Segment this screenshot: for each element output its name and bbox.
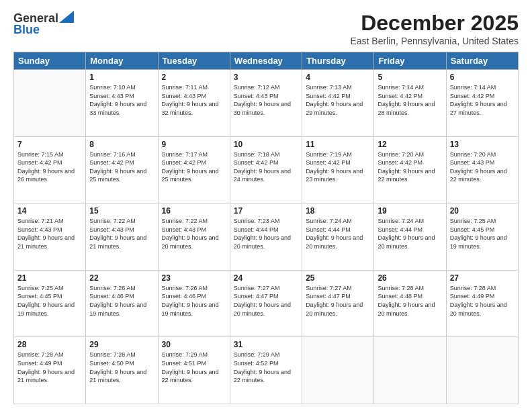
day-number: 19 [378, 206, 442, 216]
day-number: 27 [450, 273, 515, 283]
daylight-label: Daylight: 9 hours and 22 minutes. [378, 168, 435, 183]
sunrise-label: Sunrise: 7:25 AM [450, 218, 496, 224]
day-info: Sunrise: 7:29 AM Sunset: 4:51 PM Dayligh… [162, 351, 226, 384]
daylight-label: Daylight: 9 hours and 20 minutes. [306, 302, 363, 317]
calendar-cell: 21 Sunrise: 7:25 AM Sunset: 4:45 PM Dayl… [14, 270, 86, 337]
calendar-cell: 24 Sunrise: 7:27 AM Sunset: 4:47 PM Dayl… [230, 270, 302, 337]
day-number: 21 [17, 273, 82, 283]
daylight-label: Daylight: 9 hours and 25 minutes. [162, 168, 219, 183]
sunrise-label: Sunrise: 7:11 AM [162, 84, 208, 91]
calendar-cell [374, 337, 446, 404]
svg-marker-0 [59, 11, 74, 23]
calendar-cell: 26 Sunrise: 7:28 AM Sunset: 4:48 PM Dayl… [374, 270, 446, 337]
calendar-cell: 18 Sunrise: 7:24 AM Sunset: 4:44 PM Dayl… [302, 203, 374, 271]
daylight-label: Daylight: 9 hours and 19 minutes. [450, 234, 507, 250]
day-number: 4 [306, 73, 370, 82]
calendar-cell: 6 Sunrise: 7:14 AM Sunset: 4:42 PM Dayli… [446, 70, 518, 137]
daylight-label: Daylight: 9 hours and 22 minutes. [450, 168, 507, 183]
daylight-label: Daylight: 9 hours and 21 minutes. [89, 369, 146, 384]
calendar-cell [14, 70, 86, 137]
sunset-label: Sunset: 4:43 PM [234, 93, 279, 99]
daylight-label: Daylight: 9 hours and 33 minutes. [89, 101, 146, 116]
day-of-week-header: Thursday [302, 52, 374, 70]
daylight-label: Daylight: 9 hours and 22 minutes. [234, 369, 291, 384]
calendar-cell: 13 Sunrise: 7:20 AM Sunset: 4:43 PM Dayl… [446, 136, 518, 203]
calendar-cell: 28 Sunrise: 7:28 AM Sunset: 4:49 PM Dayl… [14, 337, 86, 404]
calendar-cell: 12 Sunrise: 7:20 AM Sunset: 4:42 PM Dayl… [374, 136, 446, 203]
calendar-cell: 5 Sunrise: 7:14 AM Sunset: 4:42 PM Dayli… [374, 70, 446, 137]
sunset-label: Sunset: 4:46 PM [162, 293, 207, 300]
sunset-label: Sunset: 4:43 PM [17, 226, 62, 233]
calendar-cell: 4 Sunrise: 7:13 AM Sunset: 4:42 PM Dayli… [302, 70, 374, 137]
sunset-label: Sunset: 4:47 PM [234, 293, 279, 300]
calendar-week-row: 7 Sunrise: 7:15 AM Sunset: 4:42 PM Dayli… [14, 136, 519, 203]
day-number: 1 [89, 73, 154, 82]
day-info: Sunrise: 7:19 AM Sunset: 4:42 PM Dayligh… [306, 150, 370, 184]
sunrise-label: Sunrise: 7:12 AM [234, 84, 280, 91]
sunset-label: Sunset: 4:48 PM [378, 293, 423, 300]
daylight-label: Daylight: 9 hours and 19 minutes. [162, 302, 219, 317]
sunset-label: Sunset: 4:50 PM [89, 360, 134, 367]
daylight-label: Daylight: 9 hours and 27 minutes. [450, 101, 507, 116]
calendar-cell: 30 Sunrise: 7:29 AM Sunset: 4:51 PM Dayl… [158, 337, 230, 404]
daylight-label: Daylight: 9 hours and 21 minutes. [89, 234, 146, 250]
sunset-label: Sunset: 4:42 PM [378, 159, 423, 166]
sunrise-label: Sunrise: 7:14 AM [450, 84, 496, 91]
sunset-label: Sunset: 4:45 PM [17, 293, 62, 300]
day-of-week-header: Wednesday [230, 52, 302, 70]
sunset-label: Sunset: 4:46 PM [89, 293, 134, 300]
sunrise-label: Sunrise: 7:27 AM [306, 285, 352, 291]
page: General Blue December 2025 East Berlin, … [0, 0, 532, 411]
sunrise-label: Sunrise: 7:26 AM [89, 285, 136, 291]
sunrise-label: Sunrise: 7:29 AM [162, 351, 208, 358]
day-info: Sunrise: 7:24 AM Sunset: 4:44 PM Dayligh… [306, 217, 370, 250]
day-number: 29 [89, 340, 154, 349]
calendar-cell: 7 Sunrise: 7:15 AM Sunset: 4:42 PM Dayli… [14, 136, 86, 203]
sunset-label: Sunset: 4:43 PM [89, 93, 134, 99]
sunset-label: Sunset: 4:43 PM [162, 93, 207, 99]
day-of-week-header: Sunday [14, 52, 86, 70]
day-number: 31 [234, 340, 298, 349]
sunset-label: Sunset: 4:44 PM [378, 226, 423, 233]
day-number: 25 [306, 273, 370, 283]
logo: General Blue [13, 11, 75, 37]
day-info: Sunrise: 7:16 AM Sunset: 4:42 PM Dayligh… [89, 150, 154, 184]
day-info: Sunrise: 7:12 AM Sunset: 4:43 PM Dayligh… [234, 83, 298, 117]
sunset-label: Sunset: 4:42 PM [17, 159, 62, 166]
day-info: Sunrise: 7:27 AM Sunset: 4:47 PM Dayligh… [306, 284, 370, 318]
sunset-label: Sunset: 4:42 PM [306, 159, 351, 166]
logo-blue-text: Blue [13, 23, 40, 37]
sunrise-label: Sunrise: 7:24 AM [306, 218, 352, 224]
daylight-label: Daylight: 9 hours and 20 minutes. [378, 302, 435, 317]
calendar-cell: 27 Sunrise: 7:28 AM Sunset: 4:49 PM Dayl… [446, 270, 518, 337]
daylight-label: Daylight: 9 hours and 26 minutes. [17, 168, 75, 183]
sunrise-label: Sunrise: 7:28 AM [89, 351, 136, 358]
sunrise-label: Sunrise: 7:29 AM [234, 351, 280, 358]
day-info: Sunrise: 7:26 AM Sunset: 4:46 PM Dayligh… [162, 284, 226, 318]
day-number: 18 [306, 206, 370, 216]
daylight-label: Daylight: 9 hours and 21 minutes. [17, 369, 75, 384]
day-info: Sunrise: 7:28 AM Sunset: 4:49 PM Dayligh… [450, 284, 515, 318]
day-of-week-header: Monday [86, 52, 158, 70]
calendar-cell: 20 Sunrise: 7:25 AM Sunset: 4:45 PM Dayl… [446, 203, 518, 271]
calendar-cell: 19 Sunrise: 7:24 AM Sunset: 4:44 PM Dayl… [374, 203, 446, 271]
calendar-cell: 2 Sunrise: 7:11 AM Sunset: 4:43 PM Dayli… [158, 70, 230, 137]
day-number: 22 [89, 273, 154, 283]
calendar-cell: 11 Sunrise: 7:19 AM Sunset: 4:42 PM Dayl… [302, 136, 374, 203]
daylight-label: Daylight: 9 hours and 20 minutes. [306, 234, 363, 250]
sunrise-label: Sunrise: 7:28 AM [17, 351, 64, 358]
day-of-week-header: Friday [374, 52, 446, 70]
location: East Berlin, Pennsylvania, United States [350, 36, 519, 46]
sunrise-label: Sunrise: 7:20 AM [378, 151, 424, 158]
sunset-label: Sunset: 4:42 PM [450, 93, 495, 99]
sunrise-label: Sunrise: 7:14 AM [378, 84, 424, 91]
sunrise-label: Sunrise: 7:21 AM [17, 218, 64, 224]
calendar-cell: 3 Sunrise: 7:12 AM Sunset: 4:43 PM Dayli… [230, 70, 302, 137]
daylight-label: Daylight: 9 hours and 21 minutes. [17, 234, 75, 250]
calendar-cell: 1 Sunrise: 7:10 AM Sunset: 4:43 PM Dayli… [86, 70, 158, 137]
sunrise-label: Sunrise: 7:25 AM [17, 285, 64, 291]
day-number: 17 [234, 206, 298, 216]
day-info: Sunrise: 7:13 AM Sunset: 4:42 PM Dayligh… [306, 83, 370, 117]
calendar-cell: 15 Sunrise: 7:22 AM Sunset: 4:43 PM Dayl… [86, 203, 158, 271]
day-number: 20 [450, 206, 515, 216]
